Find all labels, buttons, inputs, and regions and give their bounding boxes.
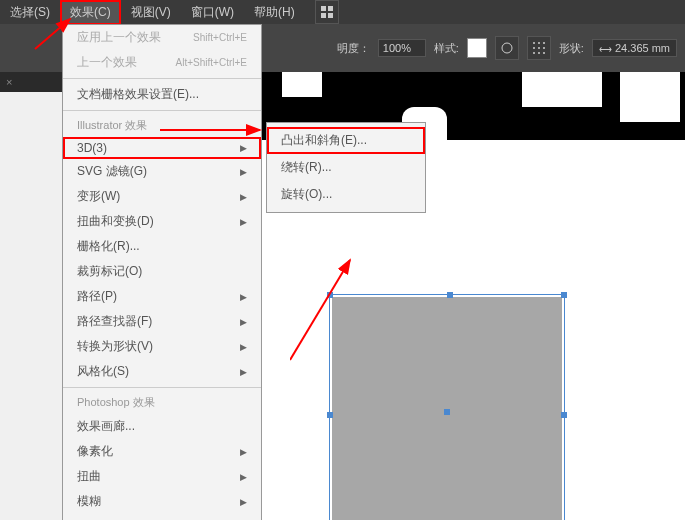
style-swatch[interactable]	[467, 38, 487, 58]
opacity-label: 明度：	[337, 41, 370, 56]
menu-svg-filter[interactable]: SVG 滤镜(G)	[63, 159, 261, 184]
svg-rect-3	[328, 13, 333, 18]
menu-effect[interactable]: 效果(C)	[60, 0, 121, 25]
menu-view[interactable]: 视图(V)	[121, 0, 181, 25]
menu-separator	[63, 110, 261, 111]
submenu-extrude[interactable]: 凸出和斜角(E)...	[267, 127, 425, 154]
svg-point-5	[533, 42, 535, 44]
menu-distort[interactable]: 扭曲和变换(D)	[63, 209, 261, 234]
menu-pixelate[interactable]: 像素化	[63, 439, 261, 464]
menu-doc-raster[interactable]: 文档栅格效果设置(E)...	[63, 82, 261, 107]
svg-rect-2	[321, 13, 326, 18]
svg-point-10	[543, 47, 545, 49]
svg-point-6	[538, 42, 540, 44]
menu-brush[interactable]: 画笔描边	[63, 514, 261, 520]
submenu-revolve[interactable]: 绕转(R)...	[267, 154, 425, 181]
shape-label: 形状:	[559, 41, 584, 56]
shape-value[interactable]: ⟷ 24.365 mm	[592, 39, 677, 57]
menu-window[interactable]: 窗口(W)	[181, 0, 244, 25]
svg-point-7	[543, 42, 545, 44]
style-label: 样式:	[434, 41, 459, 56]
panel-icon[interactable]	[315, 0, 339, 24]
submenu-rotate[interactable]: 旋转(O)...	[267, 181, 425, 208]
menu-select[interactable]: 选择(S)	[0, 0, 60, 25]
menu-stylize[interactable]: 风格化(S)	[63, 359, 261, 384]
menubar: 选择(S) 效果(C) 视图(V) 窗口(W) 帮助(H)	[0, 0, 685, 24]
menu-gallery[interactable]: 效果画廊...	[63, 414, 261, 439]
menu-separator	[63, 387, 261, 388]
svg-point-11	[533, 52, 535, 54]
svg-point-12	[538, 52, 540, 54]
svg-point-8	[533, 47, 535, 49]
menu-apply-last: 应用上一个效果Shift+Ctrl+E	[63, 25, 261, 50]
menu-transform[interactable]: 变形(W)	[63, 184, 261, 209]
svg-rect-0	[321, 6, 326, 11]
selected-rectangle[interactable]	[332, 297, 562, 520]
menu-rasterize[interactable]: 栅格化(R)...	[63, 234, 261, 259]
menu-3d[interactable]: 3D(3)	[63, 137, 261, 159]
svg-point-9	[538, 47, 540, 49]
menu-help[interactable]: 帮助(H)	[244, 0, 305, 25]
menu-separator	[63, 78, 261, 79]
svg-point-4	[502, 43, 512, 53]
svg-point-13	[543, 52, 545, 54]
menu-last-effect: 上一个效果Alt+Shift+Ctrl+E	[63, 50, 261, 75]
align-icon[interactable]	[495, 36, 519, 60]
menu-convert-shape[interactable]: 转换为形状(V)	[63, 334, 261, 359]
menu-distort2[interactable]: 扭曲	[63, 464, 261, 489]
3d-submenu: 凸出和斜角(E)... 绕转(R)... 旋转(O)...	[266, 122, 426, 213]
menu-crop-marks[interactable]: 裁剪标记(O)	[63, 259, 261, 284]
menu-path[interactable]: 路径(P)	[63, 284, 261, 309]
illustrator-heading: Illustrator 效果	[63, 114, 261, 137]
menu-blur[interactable]: 模糊	[63, 489, 261, 514]
opacity-input[interactable]	[378, 39, 426, 57]
effect-menu: 应用上一个效果Shift+Ctrl+E 上一个效果Alt+Shift+Ctrl+…	[62, 24, 262, 520]
menu-pathfinder[interactable]: 路径查找器(F)	[63, 309, 261, 334]
tab-close[interactable]: ×	[6, 76, 12, 88]
center-handle[interactable]	[444, 409, 450, 415]
svg-rect-1	[328, 6, 333, 11]
grid-icon[interactable]	[527, 36, 551, 60]
photoshop-heading: Photoshop 效果	[63, 391, 261, 414]
